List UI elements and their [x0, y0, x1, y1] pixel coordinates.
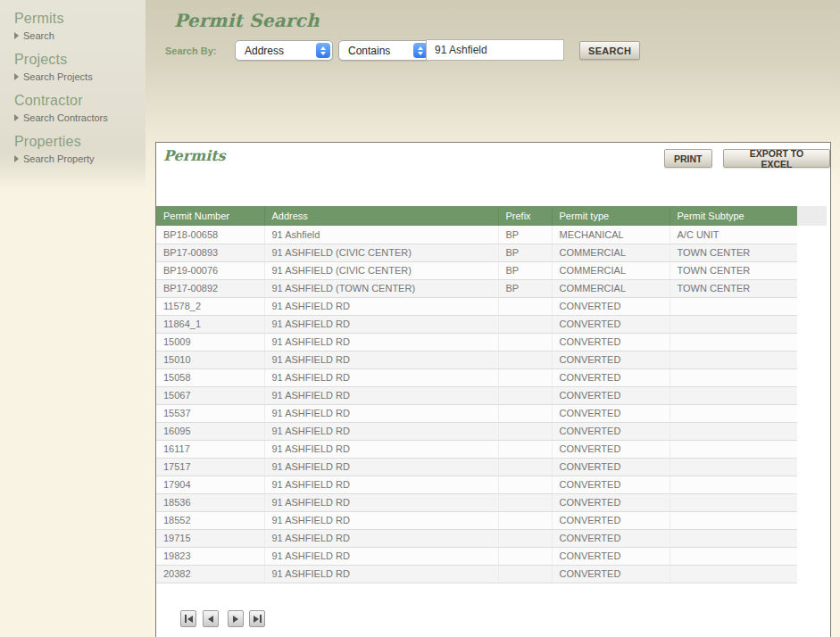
- bullet-arrow-icon: [14, 73, 19, 80]
- sidebar-section-projects: Projects Search Projects: [14, 52, 146, 82]
- cell-permit-subtype: [670, 351, 797, 368]
- chevron-down-icon: [320, 52, 326, 55]
- cell-permit-number: 19823: [156, 547, 264, 565]
- chevron-down-icon: [418, 52, 423, 55]
- pager-first-button[interactable]: [180, 610, 196, 627]
- print-button[interactable]: PRINT: [664, 149, 712, 168]
- search-operator-select-value: Contains: [339, 45, 413, 57]
- sidebar-link-label: Search Property: [23, 153, 94, 164]
- cell-permit-subtype: [670, 297, 797, 315]
- column-header-address[interactable]: Address: [264, 206, 498, 226]
- search-query-input[interactable]: [426, 39, 564, 61]
- pagination-controls: [180, 610, 265, 627]
- column-header-permit-type[interactable]: Permit type: [552, 206, 670, 226]
- search-field-select[interactable]: Address: [235, 40, 333, 61]
- column-header-permit-number[interactable]: Permit Number: [156, 206, 264, 226]
- cell-prefix: [498, 458, 552, 476]
- sidebar-item-permits-search[interactable]: Search: [14, 30, 146, 41]
- pager-previous-button[interactable]: [203, 610, 219, 627]
- cell-permit-type: CONVERTED: [552, 351, 670, 368]
- cell-address: 91 ASHFIELD RD: [264, 404, 498, 422]
- table-row[interactable]: 1751791 ASHFIELD RDCONVERTED: [156, 458, 797, 476]
- table-row[interactable]: 1501091 ASHFIELD RDCONVERTED: [156, 351, 797, 368]
- export-to-excel-button[interactable]: EXPORT TO EXCEL: [723, 149, 830, 168]
- table-row[interactable]: 11578_291 ASHFIELD RDCONVERTED: [156, 297, 797, 315]
- table-row[interactable]: 1505891 ASHFIELD RDCONVERTED: [156, 368, 797, 386]
- table-scrollbar-spacer: [797, 206, 827, 226]
- results-panel-title: Permits: [163, 147, 226, 164]
- table-row[interactable]: 1500991 ASHFIELD RDCONVERTED: [156, 333, 797, 351]
- table-row[interactable]: 1553791 ASHFIELD RDCONVERTED: [156, 404, 797, 422]
- cell-permit-subtype: TOWN CENTER: [670, 279, 797, 297]
- next-page-icon: [233, 616, 238, 623]
- bullet-arrow-icon: [14, 155, 19, 162]
- sidebar-item-search-property[interactable]: Search Property: [14, 153, 146, 164]
- chevron-up-icon: [418, 46, 423, 50]
- table-row[interactable]: 1611791 ASHFIELD RDCONVERTED: [156, 440, 797, 458]
- cell-address: 91 ASHFIELD (TOWN CENTER): [264, 279, 498, 297]
- table-row[interactable]: BP17-0089291 ASHFIELD (TOWN CENTER)BPCOM…: [156, 279, 797, 297]
- cell-prefix: [498, 565, 552, 583]
- cell-prefix: BP: [498, 226, 552, 244]
- cell-permit-number: 20382: [156, 565, 264, 583]
- table-row[interactable]: 1982391 ASHFIELD RDCONVERTED: [156, 547, 797, 565]
- permits-table-body: BP18-0065891 AshfieldBPMECHANICALA/C UNI…: [156, 226, 797, 583]
- cell-permit-subtype: [670, 511, 797, 529]
- cell-permit-subtype: TOWN CENTER: [670, 261, 797, 279]
- cell-permit-type: CONVERTED: [552, 476, 670, 493]
- cell-address: 91 ASHFIELD RD: [264, 547, 498, 565]
- table-row[interactable]: 1855291 ASHFIELD RDCONVERTED: [156, 511, 797, 529]
- cell-permit-number: 17904: [156, 476, 264, 493]
- cell-permit-type: CONVERTED: [552, 315, 670, 333]
- table-row[interactable]: 2038291 ASHFIELD RDCONVERTED: [156, 565, 797, 583]
- table-row[interactable]: 1790491 ASHFIELD RDCONVERTED: [156, 476, 797, 493]
- table-row[interactable]: 1506791 ASHFIELD RDCONVERTED: [156, 386, 797, 404]
- first-page-icon: [185, 615, 193, 623]
- cell-address: 91 ASHFIELD RD: [264, 511, 498, 529]
- cell-address: 91 ASHFIELD RD: [264, 351, 498, 368]
- cell-address: 91 ASHFIELD RD: [264, 297, 498, 315]
- cell-permit-number: BP17-00893: [156, 244, 264, 261]
- cell-permit-type: CONVERTED: [552, 511, 670, 529]
- table-row[interactable]: BP19-0007691 ASHFIELD (CIVIC CENTER)BPCO…: [156, 261, 797, 279]
- cell-address: 91 ASHFIELD RD: [264, 529, 498, 547]
- table-row[interactable]: BP17-0089391 ASHFIELD (CIVIC CENTER)BPCO…: [156, 244, 797, 261]
- cell-permit-number: 11578_2: [156, 297, 264, 315]
- cell-permit-type: MECHANICAL: [552, 226, 670, 244]
- cell-permit-number: 15067: [156, 386, 264, 404]
- table-row[interactable]: 1971591 ASHFIELD RDCONVERTED: [156, 529, 797, 547]
- cell-permit-type: CONVERTED: [552, 404, 670, 422]
- column-header-permit-subtype[interactable]: Permit Subtype: [670, 206, 797, 226]
- cell-permit-number: 11864_1: [156, 315, 264, 333]
- sidebar-nav: Permits Search Projects Search Projects …: [0, 0, 146, 192]
- pager-next-button[interactable]: [228, 610, 244, 627]
- pager-last-button[interactable]: [249, 610, 265, 627]
- cell-permit-subtype: A/C UNIT: [670, 226, 797, 244]
- cell-permit-type: CONVERTED: [552, 529, 670, 547]
- table-row[interactable]: 11864_191 ASHFIELD RDCONVERTED: [156, 315, 797, 333]
- cell-permit-type: COMMERCIAL: [552, 244, 670, 261]
- search-operator-select[interactable]: Contains: [338, 40, 430, 61]
- column-header-prefix[interactable]: Prefix: [498, 206, 552, 226]
- cell-permit-subtype: [670, 565, 797, 583]
- table-row[interactable]: 1853691 ASHFIELD RDCONVERTED: [156, 493, 797, 511]
- table-row[interactable]: BP18-0065891 AshfieldBPMECHANICALA/C UNI…: [156, 226, 797, 244]
- cell-prefix: [498, 547, 552, 565]
- table-row[interactable]: 1609591 ASHFIELD RDCONVERTED: [156, 422, 797, 440]
- cell-prefix: BP: [498, 244, 552, 261]
- cell-address: 91 ASHFIELD RD: [264, 422, 498, 440]
- bullet-arrow-icon: [14, 114, 19, 121]
- cell-prefix: [498, 422, 552, 440]
- sidebar-item-search-projects[interactable]: Search Projects: [14, 71, 146, 82]
- sidebar-item-search-contractors[interactable]: Search Contractors: [14, 112, 146, 123]
- search-button[interactable]: SEARCH: [579, 41, 640, 60]
- search-by-label: Search By:: [165, 46, 216, 56]
- cell-address: 91 ASHFIELD RD: [264, 440, 498, 458]
- cell-prefix: BP: [498, 279, 552, 297]
- cell-permit-type: CONVERTED: [552, 422, 670, 440]
- select-stepper-icon: [316, 43, 330, 58]
- chevron-up-icon: [320, 46, 326, 50]
- cell-prefix: BP: [498, 261, 552, 279]
- cell-permit-type: CONVERTED: [552, 565, 670, 583]
- cell-address: 91 Ashfield: [264, 226, 498, 244]
